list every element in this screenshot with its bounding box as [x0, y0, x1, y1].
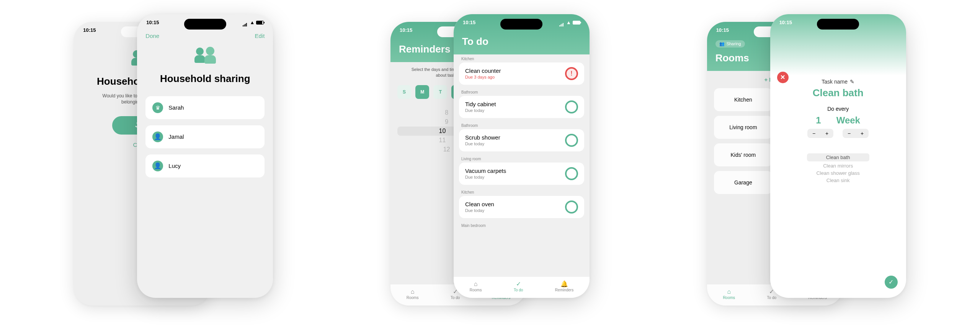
task-card[interactable]: Clean counterDue 3 days ago! [459, 62, 584, 85]
unit-plus-button[interactable]: + [856, 129, 869, 138]
task-name-label: Task name ✎ [822, 79, 854, 85]
task-name: Tidy cabinet [465, 101, 496, 107]
home-icon: ⌂ [727, 289, 731, 295]
task-card[interactable]: Scrub showerDue today [459, 129, 584, 151]
crown-icon: ♛ [152, 102, 163, 113]
unit-minus-button[interactable]: − [843, 129, 856, 138]
done-button[interactable]: Done [145, 33, 159, 39]
close-button[interactable]: ✕ [777, 72, 789, 83]
phone-task-editor: 10:15 ✕ Task name ✎ Clean bath Do every … [770, 14, 906, 298]
complete-ring-button[interactable] [565, 200, 578, 214]
suggestion-item[interactable]: Clean shower glass [816, 170, 859, 176]
pencil-icon[interactable]: ✎ [850, 79, 854, 85]
task-due: Due today [465, 175, 506, 179]
room-tile[interactable]: Kids' room [714, 143, 773, 166]
task-due: Due 3 days ago [465, 75, 501, 79]
tab-bar: ⌂Rooms ✓To do 🔔Reminders [454, 276, 590, 298]
task-name: Clean counter [465, 67, 501, 74]
freq-number-stepper: − + [807, 129, 833, 138]
task-name: Scrub shower [465, 134, 500, 141]
wifi-icon: ▲ [250, 20, 255, 25]
phone-todo: 10:15 ▲ To do KitchenClean counterDue 3 … [454, 14, 590, 298]
task-card[interactable]: Vacuum carpetsDue today [459, 163, 584, 185]
task-card[interactable]: Tidy cabinetDue today [459, 96, 584, 118]
status-icons: ▲ [559, 20, 580, 25]
save-button[interactable]: ✓ [885, 276, 898, 289]
complete-ring-button[interactable] [565, 100, 578, 113]
day-button[interactable]: S [397, 85, 411, 99]
alert-ring-icon[interactable]: ! [565, 67, 578, 80]
day-button[interactable]: M [415, 85, 429, 99]
tab-rooms[interactable]: ⌂Rooms [470, 281, 482, 292]
task-name: Vacuum carpets [465, 168, 506, 174]
status-time: 10:15 [83, 27, 96, 33]
page-title: Household sharing [160, 73, 250, 85]
freq-unit: Week [836, 115, 860, 126]
pair-household-sharing: 10:15 Household sharing Would you like t… [74, 14, 273, 313]
freq-minus-button[interactable]: − [807, 129, 820, 138]
room-tile[interactable]: Kitchen [714, 88, 773, 111]
status-time: 10:15 [716, 27, 729, 33]
complete-ring-button[interactable] [565, 167, 578, 180]
tab-rooms[interactable]: ⌂Rooms [723, 289, 735, 300]
check-icon: ✓ [516, 281, 521, 287]
tab-reminders[interactable]: 🔔Reminders [555, 281, 573, 292]
pair-rooms-editor: 10:15 👥Sharing Rooms + Room KitchenBathr… [707, 14, 906, 313]
plus-icon: + [764, 76, 768, 83]
status-time: 10:15 [146, 20, 159, 25]
freq-unit-stepper: − + [843, 129, 869, 138]
room-section-label: Bathroom [454, 88, 590, 95]
suggestion-item[interactable]: Clean sink [826, 177, 850, 183]
task-due: Due today [465, 208, 494, 213]
member-name: Jamal [168, 133, 184, 140]
room-tile[interactable]: Living room [714, 116, 773, 139]
freq-plus-button[interactable]: + [820, 129, 833, 138]
day-button[interactable]: T [433, 85, 447, 99]
signal-icon [243, 21, 248, 25]
person-icon: 👤 [152, 161, 163, 171]
battery-icon [256, 21, 264, 25]
home-icon: ⌂ [474, 281, 478, 287]
task-due: Due today [465, 108, 496, 113]
tab-todo[interactable]: ✓To do [514, 281, 523, 292]
room-section-label: Living room [454, 154, 590, 162]
status-time: 10:15 [779, 20, 792, 25]
wifi-icon: ▲ [566, 20, 571, 25]
tab-rooms[interactable]: ⌂Rooms [407, 289, 419, 300]
room-section-label: Kitchen [454, 188, 590, 195]
todo-list: KitchenClean counterDue 3 days ago!Bathr… [454, 54, 590, 258]
signal-icon [559, 21, 565, 25]
member-name: Lucy [168, 163, 181, 169]
member-card[interactable]: 👤Lucy [145, 154, 265, 177]
notch [500, 19, 542, 30]
freq-number: 1 [816, 115, 821, 126]
task-card[interactable]: Clean ovenDue today [459, 196, 584, 218]
room-section-label: Kitchen [454, 54, 590, 62]
edit-button[interactable]: Edit [255, 33, 265, 39]
suggestion-item[interactable]: Clean mirrors [823, 163, 853, 169]
home-icon: ⌂ [411, 289, 415, 295]
task-due: Due today [465, 141, 500, 146]
page-title: To do [454, 31, 590, 54]
sharing-pill[interactable]: 👥Sharing [715, 40, 745, 48]
do-every-label: Do every [827, 106, 849, 112]
pair-reminders-todo: 10:15 Reminders Select the days and time… [390, 14, 590, 313]
task-name: Clean oven [465, 201, 494, 207]
complete-ring-button[interactable] [565, 134, 578, 147]
people-mini-icon: 👥 [719, 41, 725, 46]
status-time: 10:15 [463, 20, 475, 25]
member-card[interactable]: 👤Jamal [145, 125, 265, 148]
member-card[interactable]: ♛Sarah [145, 96, 265, 119]
people-icon [194, 47, 216, 66]
suggestions-list: Clean bathClean mirrorsClean shower glas… [807, 153, 869, 183]
suggestion-item[interactable]: Clean bath [807, 153, 869, 161]
room-section-label: Bathroom [454, 121, 590, 128]
room-tile[interactable]: Garage [714, 171, 773, 194]
person-icon: 👤 [152, 131, 163, 142]
phone-household-front: 10:15 ▲ Done Edit Household sharing ♛Sar… [137, 14, 273, 298]
status-time: 10:15 [400, 27, 412, 33]
notch [817, 19, 859, 30]
battery-icon [573, 21, 580, 25]
notch [184, 19, 226, 30]
task-name-value[interactable]: Clean bath [813, 87, 864, 99]
